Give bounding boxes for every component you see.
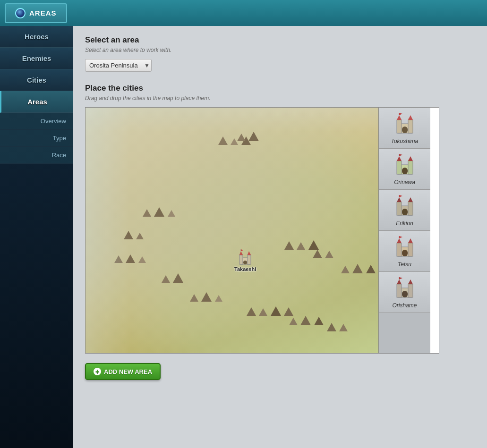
list-item-orinawa[interactable]: Orinawa [379, 149, 430, 190]
area-dropdown-wrapper[interactable]: Orosita Peninsula Northern Wastes Easter… [85, 59, 152, 72]
svg-rect-50 [408, 243, 413, 256]
sidebar-item-heroes[interactable]: Heroes [0, 26, 73, 48]
city-on-map-takaeshi[interactable]: Takaeshi [234, 249, 256, 272]
content-area: Select an area Select an area where to w… [73, 26, 487, 448]
mountain-group-11 [246, 306, 294, 318]
svg-rect-4 [241, 254, 242, 255]
svg-rect-38 [408, 202, 413, 215]
svg-marker-11 [241, 249, 243, 251]
tetsu-name: Tetsu [398, 261, 411, 268]
svg-rect-61 [397, 284, 402, 297]
svg-marker-45 [408, 197, 413, 202]
list-item-erikion[interactable]: Erikion [379, 190, 430, 231]
tokoshima-name: Tokoshima [391, 138, 419, 144]
erikion-name: Erikion [396, 220, 413, 227]
top-bar: AREAS [0, 0, 487, 26]
svg-marker-9 [248, 251, 251, 255]
svg-marker-57 [408, 238, 413, 243]
orinawa-castle-icon [393, 153, 417, 177]
svg-marker-71 [399, 277, 402, 279]
mountain-group-8 [312, 249, 334, 261]
svg-rect-49 [397, 243, 402, 256]
svg-rect-25 [397, 161, 402, 174]
tab-areas[interactable]: AREAS [5, 3, 67, 23]
svg-rect-55 [402, 250, 408, 256]
orishame-name: Orishame [392, 302, 417, 309]
sidebar-item-cities[interactable]: Cities [0, 69, 73, 91]
svg-rect-0 [240, 258, 250, 264]
svg-marker-32 [397, 156, 402, 161]
orishame-castle-icon [393, 277, 417, 300]
svg-rect-62 [408, 284, 413, 297]
mountain-group-13 [326, 322, 348, 334]
mountain-group-12 [289, 315, 324, 328]
mountain-group-1 [218, 136, 251, 147]
svg-rect-5 [248, 254, 248, 255]
sidebar-bottom [0, 164, 73, 448]
mountain-group-9 [341, 263, 376, 276]
tetsu-castle-icon [393, 236, 417, 259]
tokoshima-castle-icon [393, 112, 417, 136]
svg-marker-35 [399, 154, 402, 156]
svg-marker-8 [239, 251, 243, 255]
place-cities-section: Place the cities Drag and drop the citie… [85, 84, 475, 354]
sidebar-item-enemies[interactable]: Enemies [0, 48, 73, 69]
mountain-group-4 [123, 230, 144, 242]
takaeshi-castle-icon [237, 249, 254, 266]
svg-marker-23 [399, 113, 402, 115]
mountain-group-6 [161, 273, 184, 285]
sidebar-sub-race[interactable]: Race [0, 147, 73, 164]
add-new-area-button[interactable]: + ADD NEW AREA [85, 363, 161, 380]
list-item-orishame[interactable]: Orishame [379, 272, 430, 313]
svg-marker-69 [408, 279, 413, 284]
main-layout: Heroes Enemies Cities Areas Overview Typ… [0, 26, 487, 448]
tab-areas-label: AREAS [29, 9, 57, 17]
svg-marker-68 [397, 279, 402, 284]
svg-marker-56 [397, 238, 402, 243]
select-area-subtitle: Select an area where to work with. [85, 47, 475, 53]
list-item-tokoshima[interactable]: Tokoshima [379, 108, 430, 149]
place-cities-subtitle: Drag and drop the cities in the map to p… [85, 95, 475, 101]
mountain-group-2 [237, 131, 259, 144]
orinawa-name: Orinawa [394, 179, 415, 186]
svg-marker-33 [408, 156, 413, 161]
svg-rect-1 [239, 255, 243, 264]
svg-rect-13 [397, 120, 402, 133]
sidebar: Heroes Enemies Cities Areas Overview Typ… [0, 26, 73, 448]
svg-rect-2 [248, 255, 251, 264]
svg-marker-20 [397, 115, 402, 120]
svg-marker-47 [399, 195, 402, 197]
city-list-panel: Tokoshima [378, 108, 430, 353]
erikion-castle-icon [393, 194, 417, 218]
svg-rect-67 [402, 291, 408, 297]
place-cities-title: Place the cities [85, 84, 475, 93]
svg-rect-3 [239, 254, 240, 255]
svg-marker-44 [397, 197, 402, 202]
area-dropdown[interactable]: Orosita Peninsula Northern Wastes Easter… [85, 59, 152, 72]
svg-marker-21 [408, 115, 413, 120]
svg-rect-14 [408, 120, 413, 133]
globe-icon [15, 8, 26, 18]
sidebar-sub-type[interactable]: Type [0, 130, 73, 147]
map-container: Takaeshi [85, 107, 439, 354]
mountain-group-5 [114, 254, 146, 265]
sidebar-sub-overview[interactable]: Overview [0, 113, 73, 130]
mountain-group-7 [284, 240, 319, 252]
svg-rect-43 [402, 209, 408, 215]
map-canvas[interactable]: Takaeshi [85, 108, 378, 353]
mountain-group-10 [189, 292, 223, 304]
add-area-wrapper: + ADD NEW AREA [85, 363, 475, 380]
svg-rect-37 [397, 202, 402, 215]
takaeshi-label: Takaeshi [234, 266, 256, 272]
list-item-tetsu[interactable]: Tetsu [379, 231, 430, 272]
add-area-label: ADD NEW AREA [104, 368, 152, 375]
svg-rect-26 [408, 161, 413, 174]
mountain-group-3 [142, 207, 176, 219]
svg-marker-59 [399, 236, 402, 238]
sidebar-item-areas[interactable]: Areas [0, 91, 73, 113]
svg-rect-31 [402, 168, 408, 174]
svg-rect-7 [243, 261, 247, 264]
select-area-section: Select an area Select an area where to w… [85, 35, 475, 72]
select-area-title: Select an area [85, 35, 475, 45]
add-icon: + [94, 368, 101, 375]
